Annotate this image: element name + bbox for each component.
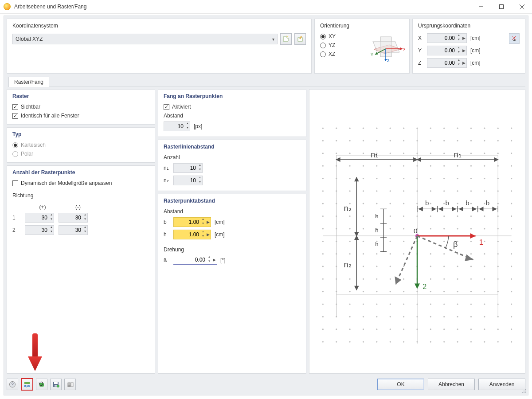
titlebar: Arbeitsebene und Raster/Fang (0, 0, 532, 14)
snap-distance-input[interactable]: ▲▼ (164, 121, 190, 131)
svg-point-270 (349, 329, 351, 330)
svg-point-80 (416, 165, 418, 167)
checkbox-icon (12, 104, 18, 110)
svg-point-41 (497, 128, 499, 129)
dir1-minus-input[interactable]: ▲▼ (59, 213, 88, 223)
svg-marker-323 (452, 207, 456, 211)
svg-point-288 (390, 341, 391, 342)
svg-point-122 (376, 203, 377, 204)
edit-coord-button[interactable] (294, 33, 306, 45)
svg-point-32 (376, 128, 377, 129)
svg-point-278 (457, 329, 458, 330)
svg-point-105 (349, 190, 351, 192)
svg-point-87 (511, 165, 512, 167)
save-defaults-button[interactable] (50, 379, 62, 390)
origin-y-input[interactable]: ▲▼ ▶ (427, 46, 467, 55)
svg-point-223 (322, 291, 324, 292)
svg-text:h: h (375, 241, 378, 247)
new-coord-button[interactable] (280, 33, 292, 45)
svg-point-159 (470, 228, 472, 229)
svg-point-231 (430, 291, 431, 292)
pick-origin-button[interactable] (509, 33, 520, 44)
svg-point-107 (376, 190, 377, 192)
maximize-button[interactable] (491, 0, 512, 13)
svg-rect-369 (525, 389, 526, 390)
reset-button[interactable] (36, 379, 47, 390)
raster-visible-checkbox[interactable]: Sichtbar (12, 104, 149, 110)
svg-point-285 (349, 341, 351, 342)
svg-point-98 (457, 178, 458, 179)
svg-point-156 (430, 228, 431, 229)
minimize-button[interactable] (471, 0, 491, 13)
svg-point-186 (430, 253, 431, 254)
svg-point-287 (376, 341, 377, 342)
svg-marker-320 (419, 207, 422, 211)
beta-input[interactable]: ▲▼▶ (173, 255, 217, 265)
svg-point-34 (403, 128, 404, 129)
svg-point-295 (484, 341, 485, 342)
svg-point-76 (363, 165, 364, 167)
svg-point-205 (484, 266, 485, 267)
snap-activated-checkbox[interactable]: Aktiviert (164, 104, 301, 110)
svg-point-274 (403, 329, 404, 330)
n2-input[interactable]: ▲▼ (173, 176, 203, 185)
svg-point-182 (376, 253, 377, 254)
load-defaults-button[interactable] (64, 379, 76, 390)
svg-rect-366 (71, 383, 73, 387)
svg-point-111 (430, 190, 431, 192)
svg-point-281 (497, 329, 499, 330)
help-button[interactable]: ? (7, 379, 18, 390)
dir2-plus-input[interactable]: ▲▼ (25, 225, 54, 235)
svg-point-258 (390, 316, 391, 317)
units-button[interactable]: 0,00 (21, 378, 33, 391)
svg-point-365 (67, 385, 71, 387)
svg-point-263 (457, 316, 458, 317)
b-input[interactable]: ▲▼▶ (173, 217, 211, 227)
svg-point-178 (322, 253, 324, 254)
svg-point-236 (497, 291, 499, 292)
type-polar-radio: Polar (12, 151, 149, 157)
dir2-minus-input[interactable]: ▲▼ (59, 225, 88, 235)
svg-marker-351 (395, 276, 401, 284)
ok-button[interactable]: OK (377, 379, 424, 390)
cancel-button[interactable]: Abbrechen (428, 379, 475, 390)
origin-title: Ursprungskoordinaten (418, 23, 520, 29)
tab-raster-fang[interactable]: Raster/Fang (8, 77, 49, 87)
svg-point-257 (376, 316, 377, 317)
dir1-plus-input[interactable]: ▲▼ (25, 213, 54, 223)
svg-point-220 (484, 278, 485, 280)
chevron-down-icon: ▾ (272, 37, 274, 42)
n1-input[interactable]: ▲▼ (173, 163, 203, 173)
svg-point-251 (497, 303, 499, 305)
svg-point-61 (363, 153, 364, 154)
coord-system-select[interactable]: Global XYZ ▾ (12, 34, 278, 44)
svg-marker-311 (355, 286, 358, 290)
origin-z-input[interactable]: ▲▼ ▶ (427, 58, 467, 68)
svg-marker-321 (432, 207, 435, 211)
svg-point-132 (511, 203, 512, 204)
svg-point-230 (416, 291, 418, 292)
svg-point-247 (443, 303, 445, 305)
resize-grip-icon[interactable] (522, 389, 527, 394)
svg-point-193 (322, 266, 324, 267)
svg-point-219 (470, 278, 472, 280)
svg-point-79 (403, 165, 404, 167)
dynamic-size-checkbox[interactable]: Dynamisch der Modellgröße anpassen (12, 180, 149, 186)
svg-marker-349 (465, 254, 473, 261)
close-button[interactable] (512, 0, 532, 13)
checkbox-icon (164, 104, 169, 110)
apply-button[interactable]: Anwenden (478, 379, 525, 390)
svg-text:0,00: 0,00 (24, 384, 30, 388)
svg-point-46 (363, 140, 364, 141)
origin-x-input[interactable]: ▲▼ ▶ (427, 33, 467, 43)
svg-point-279 (470, 329, 472, 330)
svg-point-180 (349, 253, 351, 254)
svg-marker-325 (473, 207, 476, 211)
svg-point-102 (511, 178, 512, 179)
svg-point-271 (363, 329, 364, 330)
raster-identical-checkbox[interactable]: Identisch für alle Fenster (12, 113, 149, 119)
svg-point-192 (511, 253, 512, 254)
h-input[interactable]: ▲▼▶ (173, 230, 211, 239)
svg-text:Z: Z (387, 59, 390, 63)
svg-point-209 (336, 278, 337, 280)
